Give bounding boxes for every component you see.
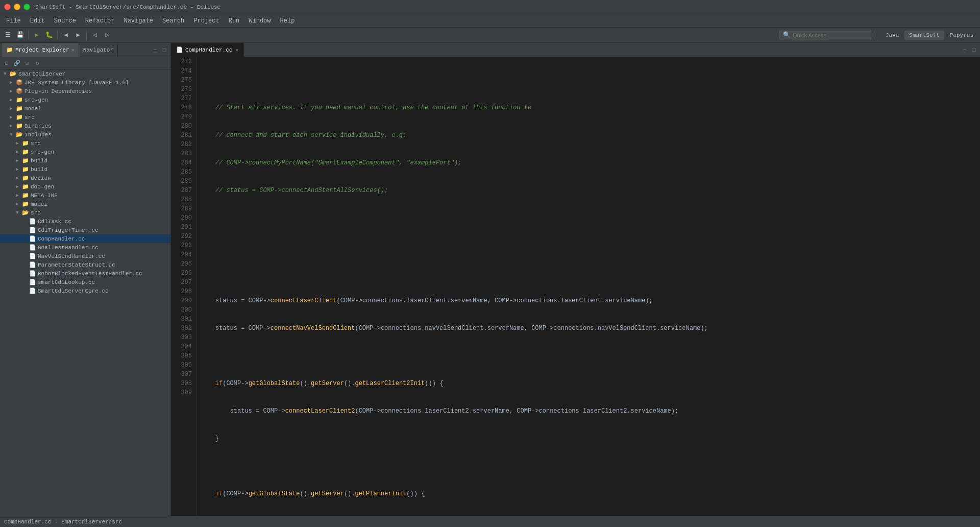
debian-icon: 📁 — [22, 175, 29, 181]
tree-root[interactable]: ▼ 📂 SmartCdlServer — [0, 69, 170, 78]
metainf-toggle[interactable]: ▶ — [14, 193, 20, 199]
collapse-all-btn[interactable]: ⊟ — [2, 59, 11, 68]
tree-binaries[interactable]: ▶ 📁 Binaries — [0, 122, 170, 130]
tree-plugin-dep[interactable]: ▶ 📦 Plug-in Dependencies — [0, 87, 170, 95]
tree-metainf[interactable]: ▶ 📁 META-INF — [0, 191, 170, 200]
run-button[interactable]: ▶ — [31, 30, 42, 41]
menu-help[interactable]: Help — [276, 16, 299, 26]
tab-navigator[interactable]: Navigator — [79, 43, 118, 57]
next-edit-button[interactable]: ▷ — [102, 30, 113, 41]
debug-button[interactable]: 🐛 — [43, 30, 55, 41]
tree-navvelsend[interactable]: ▶ 📄 NavVelSendHandler.cc — [0, 252, 170, 260]
jre-toggle[interactable]: ▶ — [8, 80, 14, 86]
menu-file[interactable]: File — [2, 16, 25, 26]
editor-tab-close[interactable]: ✕ — [235, 47, 238, 53]
menu-refactor[interactable]: Refactor — [81, 16, 119, 26]
filter-btn[interactable]: ⊞ — [22, 59, 32, 68]
editor-minimize-btn[interactable]: − — [961, 46, 969, 54]
tree-goaltesthandler[interactable]: ▶ 📄 GoalTestHandler.cc — [0, 243, 170, 252]
tree-src3[interactable]: ▼ 📂 src — [0, 208, 170, 217]
src2-toggle[interactable]: ▶ — [14, 140, 20, 147]
binaries-toggle[interactable]: ▶ — [8, 123, 14, 129]
linenum-300: 300 — [173, 305, 192, 315]
tree-src-child[interactable]: ▶ 📁 src — [0, 139, 170, 148]
tab-project-explorer[interactable]: 📁 Project Explorer ✕ — [2, 43, 79, 57]
tree-docgen[interactable]: ▶ 📁 doc-gen — [0, 182, 170, 191]
perspective-java[interactable]: Java — [881, 31, 903, 40]
tree-model2[interactable]: ▶ 📁 model — [0, 200, 170, 208]
minimize-button[interactable] — [14, 4, 20, 10]
tree-cdltask[interactable]: ▶ 📄 CdlTask.cc — [0, 217, 170, 226]
prev-edit-button[interactable]: ◁ — [89, 30, 101, 41]
code-text[interactable]: // Start all services. If you need manua… — [197, 57, 975, 527]
new-button[interactable]: ☰ — [2, 30, 13, 41]
root-toggle[interactable]: ▼ — [2, 71, 8, 77]
tree-jre[interactable]: ▶ 📦 JRE System Library [JavaSE-1.6] — [0, 78, 170, 87]
menu-source[interactable]: Source — [50, 16, 80, 26]
plugin-label: Plug-in Dependencies — [24, 88, 92, 94]
menu-search[interactable]: Search — [158, 16, 188, 26]
minimize-panel-btn[interactable]: − — [151, 46, 159, 54]
quick-access-field[interactable]: 🔍 — [779, 30, 871, 40]
code-line-284: if(COMP->getGlobalState().getServer().ge… — [201, 379, 971, 388]
quick-access-input[interactable] — [793, 32, 868, 38]
tree-model[interactable]: ▶ 📁 model — [0, 104, 170, 113]
perspective-buttons: Java SmartSoft Papyrus — [881, 31, 978, 40]
build2-toggle[interactable]: ▶ — [14, 166, 20, 173]
tree-cdltrigger[interactable]: ▶ 📄 CdlTriggerTimer.cc — [0, 226, 170, 234]
editor-maximize-btn[interactable]: □ — [970, 46, 978, 54]
link-editor-btn[interactable]: 🔗 — [12, 59, 21, 68]
perspective-papyrus[interactable]: Papyrus — [945, 31, 978, 40]
menu-window[interactable]: Window — [244, 16, 275, 26]
sync-btn[interactable]: ↻ — [33, 59, 42, 68]
plugin-toggle[interactable]: ▶ — [8, 88, 14, 94]
tree-src-top[interactable]: ▶ 📁 src — [0, 113, 170, 122]
save-button[interactable]: 💾 — [14, 30, 26, 41]
menu-edit[interactable]: Edit — [26, 16, 49, 26]
menu-run[interactable]: Run — [225, 16, 244, 26]
maximize-button[interactable] — [23, 4, 30, 10]
tree-debian[interactable]: ▶ 📁 debian — [0, 174, 170, 182]
build1-toggle[interactable]: ▶ — [14, 158, 20, 164]
debian-toggle[interactable]: ▶ — [14, 175, 20, 181]
linenum-293: 293 — [173, 241, 192, 250]
back-button[interactable]: ◀ — [60, 30, 71, 41]
tree-src-gen[interactable]: ▶ 📁 src-gen — [0, 95, 170, 104]
src-top-toggle[interactable]: ▶ — [8, 114, 14, 121]
tree-comphandler[interactable]: ▶ 📄 CompHandler.cc — [0, 234, 170, 243]
tree-includes[interactable]: ▼ 📂 Includes — [0, 130, 170, 139]
srcgen-label: src-gen — [24, 97, 48, 103]
srcgen-icon: 📁 — [16, 97, 23, 103]
jre-icon: 📦 — [16, 79, 23, 86]
close-button[interactable] — [4, 4, 11, 10]
project-explorer-close[interactable]: ✕ — [71, 47, 75, 53]
smartcdlcore-icon: 📄 — [29, 288, 36, 294]
tree-smartcdllookup[interactable]: ▶ 📄 smartCdlLookup.cc — [0, 278, 170, 286]
tree-build2[interactable]: ▶ 📁 build — [0, 165, 170, 174]
src3-toggle[interactable]: ▼ — [14, 210, 20, 216]
tree-srcgen2[interactable]: ▶ 📁 src-gen — [0, 148, 170, 156]
tree-robotblocked[interactable]: ▶ 📄 RobotBlockedEventTestHandler.cc — [0, 269, 170, 278]
editor-vscrollbar[interactable] — [975, 57, 980, 527]
code-editor[interactable]: 273 274 275 276 277 278 279 280 281 282 … — [171, 57, 975, 527]
includes-toggle[interactable]: ▼ — [8, 132, 14, 138]
editor-tab-comphandler[interactable]: 📄 CompHandler.cc ✕ — [171, 43, 244, 57]
linenum-283: 283 — [173, 149, 192, 158]
model-toggle[interactable]: ▶ — [8, 106, 14, 112]
perspective-smartsoft[interactable]: SmartSoft — [904, 31, 944, 40]
tree-parameterstruct[interactable]: ▶ 📄 ParameterStateStruct.cc — [0, 260, 170, 269]
tree-smartcdlservercore[interactable]: ▶ 📄 SmartCdlServerCore.cc — [0, 286, 170, 295]
menu-navigate[interactable]: Navigate — [119, 16, 157, 26]
forward-button[interactable]: ▶ — [72, 30, 84, 41]
model2-toggle[interactable]: ▶ — [14, 201, 20, 207]
window-controls[interactable] — [4, 4, 30, 10]
comphandler-icon: 📄 — [29, 235, 36, 242]
srcgen-toggle[interactable]: ▶ — [8, 97, 14, 103]
maximize-panel-btn[interactable]: □ — [160, 46, 168, 54]
tree-build1[interactable]: ▶ 📁 build — [0, 156, 170, 165]
metainf-icon: 📁 — [22, 192, 29, 199]
project-tree[interactable]: ▼ 📂 SmartCdlServer ▶ 📦 JRE System Librar… — [0, 69, 170, 527]
srcgen2-toggle[interactable]: ▶ — [14, 149, 20, 155]
menu-project[interactable]: Project — [189, 16, 223, 26]
docgen-toggle[interactable]: ▶ — [14, 184, 20, 190]
